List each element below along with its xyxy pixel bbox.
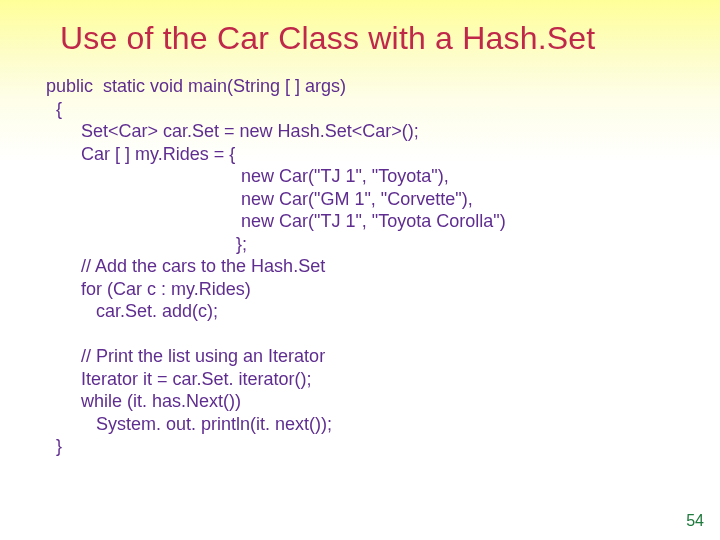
page-number: 54 bbox=[686, 512, 704, 530]
code-block: public static void main(String [ ] args)… bbox=[0, 57, 720, 458]
slide: Use of the Car Class with a Hash.Set pub… bbox=[0, 0, 720, 540]
slide-title: Use of the Car Class with a Hash.Set bbox=[0, 0, 720, 57]
